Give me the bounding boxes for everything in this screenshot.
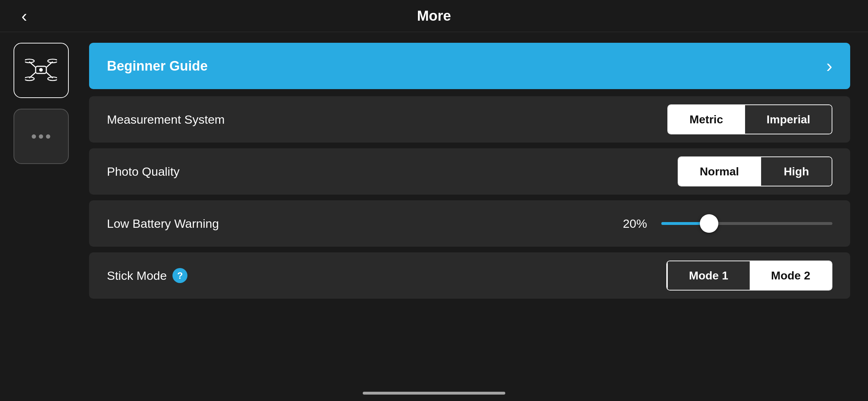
battery-slider-value: 20% <box>619 217 647 231</box>
content-area: Beginner Guide › Measurement System Metr… <box>82 32 868 401</box>
svg-point-9 <box>39 68 43 72</box>
dot-1 <box>32 134 36 139</box>
battery-slider-thumb[interactable] <box>700 214 718 233</box>
low-battery-warning-row: Low Battery Warning 20% <box>89 200 850 247</box>
battery-slider-track <box>661 222 832 225</box>
main-layout: Beginner Guide › Measurement System Metr… <box>0 32 868 401</box>
photo-quality-row: Photo Quality Normal High <box>89 148 850 195</box>
stick-mode-label: Stick Mode ? <box>107 268 187 283</box>
chevron-right-icon: › <box>826 55 832 77</box>
battery-slider-group: 20% <box>619 217 832 231</box>
stick-mode-toggle: Mode 1 Mode 2 <box>666 261 832 291</box>
measurement-system-label: Measurement System <box>107 113 225 127</box>
beginner-guide-label: Beginner Guide <box>107 58 208 74</box>
header: ‹ More <box>0 0 868 32</box>
photo-quality-toggle: Normal High <box>678 156 832 186</box>
drone-icon <box>25 54 57 87</box>
photo-quality-high-button[interactable]: High <box>760 157 832 186</box>
back-button[interactable]: ‹ <box>21 6 27 26</box>
sidebar <box>0 32 82 401</box>
photo-quality-normal-button[interactable]: Normal <box>678 157 760 186</box>
measurement-system-toggle: Metric Imperial <box>667 104 832 134</box>
settings-rows: Measurement System Metric Imperial Photo… <box>89 96 850 299</box>
sidebar-item-drone[interactable] <box>14 43 69 98</box>
beginner-guide-banner[interactable]: Beginner Guide › <box>89 43 850 89</box>
measurement-metric-button[interactable]: Metric <box>668 105 744 134</box>
sidebar-item-more[interactable] <box>14 109 69 164</box>
low-battery-warning-label: Low Battery Warning <box>107 217 219 231</box>
photo-quality-label: Photo Quality <box>107 165 180 179</box>
measurement-imperial-button[interactable]: Imperial <box>744 105 832 134</box>
measurement-system-row: Measurement System Metric Imperial <box>89 96 850 143</box>
dots-icon <box>32 134 50 139</box>
dot-2 <box>39 134 43 139</box>
stick-mode-text: Stick Mode <box>107 269 167 283</box>
stick-mode-2-button[interactable]: Mode 2 <box>750 261 832 290</box>
battery-slider-container[interactable] <box>661 222 832 225</box>
stick-mode-row: Stick Mode ? Mode 1 Mode 2 <box>89 252 850 299</box>
dot-3 <box>46 134 50 139</box>
stick-mode-help-button[interactable]: ? <box>172 268 187 283</box>
stick-mode-1-button[interactable]: Mode 1 <box>667 261 750 290</box>
scroll-indicator <box>363 392 505 395</box>
page-title: More <box>417 8 451 24</box>
